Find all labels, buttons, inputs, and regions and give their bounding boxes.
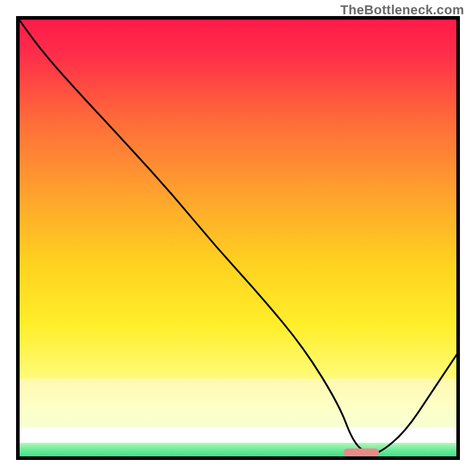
svg-rect-0 [18, 18, 458, 379]
optimal-marker [344, 449, 379, 456]
bottleneck-chart: TheBottleneck.com [0, 0, 476, 476]
chart-svg [0, 0, 476, 476]
chart-background [18, 18, 458, 458]
svg-rect-2 [18, 443, 458, 458]
svg-rect-1 [18, 379, 458, 427]
